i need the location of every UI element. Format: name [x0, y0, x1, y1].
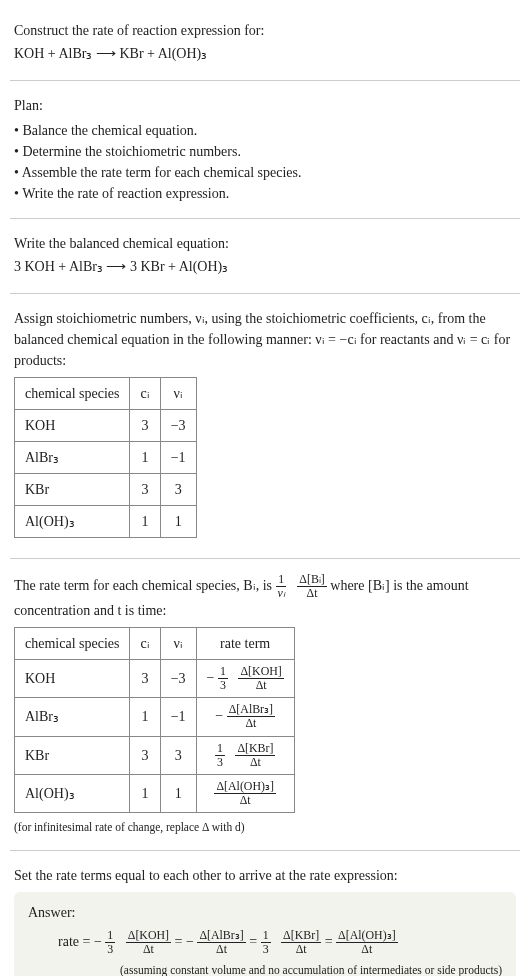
table-row: Al(OH)₃ 1 1: [15, 506, 197, 538]
sign: −: [94, 934, 102, 949]
stoich-table: chemical species cᵢ νᵢ KOH 3 −3 AlBr₃ 1 …: [14, 377, 197, 538]
table-header: νᵢ: [160, 628, 196, 660]
plan-item: • Determine the stoichiometric numbers.: [14, 141, 516, 162]
answer-box: Answer: rate = − 13 Δ[KOH]Δt = − Δ[AlBr₃…: [14, 892, 516, 976]
v-cell: −3: [160, 660, 196, 698]
v-cell: −1: [160, 698, 196, 736]
rate-cell: − 13 Δ[KOH]Δt: [196, 660, 294, 698]
c-cell: 1: [130, 506, 160, 538]
table-header-row: chemical species cᵢ νᵢ rate term: [15, 628, 295, 660]
stoich-text: Assign stoichiometric numbers, νᵢ, using…: [14, 308, 516, 371]
frac-num: 1: [218, 665, 228, 679]
plan-section: Plan: • Balance the chemical equation. •…: [10, 85, 520, 214]
table-row: KOH 3 −3: [15, 410, 197, 442]
delta-frac: Δ[AlBr₃]Δt: [227, 703, 275, 730]
table-header-row: chemical species cᵢ νᵢ: [15, 378, 197, 410]
divider: [10, 293, 520, 294]
table-row: KBr 3 3: [15, 474, 197, 506]
frac-den: Δt: [248, 756, 263, 769]
frac-den: 3: [215, 756, 225, 769]
v-cell: 3: [160, 474, 196, 506]
rate-term-section: The rate term for each chemical species,…: [10, 563, 520, 846]
table-header: rate term: [196, 628, 294, 660]
coeff-frac: 13: [218, 665, 228, 692]
divider: [10, 558, 520, 559]
coeff-frac: 13: [105, 929, 115, 956]
term: − Δ[AlBr₃]Δt: [186, 934, 249, 949]
frac-den: Δt: [305, 587, 320, 600]
species-cell: Al(OH)₃: [15, 506, 130, 538]
table-row: Al(OH)₃ 1 1 Δ[Al(OH)₃]Δt: [15, 774, 295, 812]
answer-label: Answer:: [28, 902, 502, 923]
rate-word: rate =: [58, 934, 94, 949]
frac-den: 3: [261, 943, 271, 956]
v-cell: 1: [160, 506, 196, 538]
c-cell: 1: [130, 698, 160, 736]
v-cell: −1: [160, 442, 196, 474]
final-section: Set the rate terms equal to each other t…: [10, 855, 520, 976]
rate-cell: 13 Δ[KBr]Δt: [196, 736, 294, 774]
table-header: cᵢ: [130, 628, 160, 660]
intro-prompt: Construct the rate of reaction expressio…: [14, 20, 516, 41]
rate-term-suffix: where [Bᵢ] is the amount: [330, 578, 468, 593]
dBi-dt-frac: Δ[Bᵢ] Δt: [297, 573, 327, 600]
species-cell: AlBr₃: [15, 698, 130, 736]
v-cell: 1: [160, 774, 196, 812]
unbalanced-equation: KOH + AlBr₃ ⟶ KBr + Al(OH)₃: [14, 43, 516, 64]
rate-term-prefix: The rate term for each chemical species,…: [14, 578, 276, 593]
delta-frac: Δ[KBr]Δt: [281, 929, 321, 956]
frac-num: Δ[Al(OH)₃]: [336, 929, 398, 943]
final-heading: Set the rate terms equal to each other t…: [14, 865, 516, 886]
c-cell: 1: [130, 442, 160, 474]
frac-den: νᵢ: [276, 587, 287, 600]
frac-den: 3: [218, 679, 228, 692]
term: − 13 Δ[KOH]Δt: [94, 934, 175, 949]
frac-num: 1: [261, 929, 271, 943]
delta-frac: Δ[KBr]Δt: [235, 742, 275, 769]
delta-frac: Δ[Al(OH)₃]Δt: [214, 780, 276, 807]
frac-num: Δ[KOH]: [126, 929, 171, 943]
c-cell: 3: [130, 736, 160, 774]
table-header: chemical species: [15, 378, 130, 410]
balanced-heading: Write the balanced chemical equation:: [14, 233, 516, 254]
table-header: chemical species: [15, 628, 130, 660]
species-cell: KBr: [15, 474, 130, 506]
rate-term-table: chemical species cᵢ νᵢ rate term KOH 3 −…: [14, 627, 295, 813]
plan-item: • Balance the chemical equation.: [14, 120, 516, 141]
equals: =: [325, 934, 336, 949]
frac-den: Δt: [243, 717, 258, 730]
frac-num: Δ[KBr]: [281, 929, 321, 943]
frac-num: 1: [105, 929, 115, 943]
species-cell: KBr: [15, 736, 130, 774]
v-cell: −3: [160, 410, 196, 442]
delta-frac: Δ[Al(OH)₃]Δt: [336, 929, 398, 956]
infinitesimal-note: (for infinitesimal rate of change, repla…: [14, 819, 516, 836]
balanced-section: Write the balanced chemical equation: 3 …: [10, 223, 520, 289]
frac-den: Δt: [214, 943, 229, 956]
c-cell: 3: [130, 660, 160, 698]
frac-num: Δ[AlBr₃]: [197, 929, 245, 943]
rate-cell: − Δ[AlBr₃]Δt: [196, 698, 294, 736]
rate-cell: Δ[Al(OH)₃]Δt: [196, 774, 294, 812]
frac-num: 1: [276, 573, 286, 587]
frac-den: Δt: [238, 794, 253, 807]
frac-num: Δ[Al(OH)₃]: [214, 780, 276, 794]
rate-expression: rate = − 13 Δ[KOH]Δt = − Δ[AlBr₃]Δt = 13…: [58, 929, 502, 956]
frac-den: Δt: [141, 943, 156, 956]
plan-item: • Write the rate of reaction expression.: [14, 183, 516, 204]
table-header: νᵢ: [160, 378, 196, 410]
delta-frac: Δ[KOH]Δt: [126, 929, 171, 956]
species-cell: Al(OH)₃: [15, 774, 130, 812]
intro-section: Construct the rate of reaction expressio…: [10, 10, 520, 76]
frac-num: 1: [215, 742, 225, 756]
divider: [10, 80, 520, 81]
one-over-nu-frac: 1 νᵢ: [276, 573, 287, 600]
frac-num: Δ[KOH]: [238, 665, 283, 679]
sign: −: [207, 670, 215, 685]
rate-term-line2: concentration and t is time:: [14, 600, 516, 621]
frac-num: Δ[KBr]: [235, 742, 275, 756]
coeff-frac: 13: [261, 929, 271, 956]
frac-num: Δ[Bᵢ]: [297, 573, 327, 587]
frac-den: 3: [105, 943, 115, 956]
frac-den: Δt: [254, 679, 269, 692]
